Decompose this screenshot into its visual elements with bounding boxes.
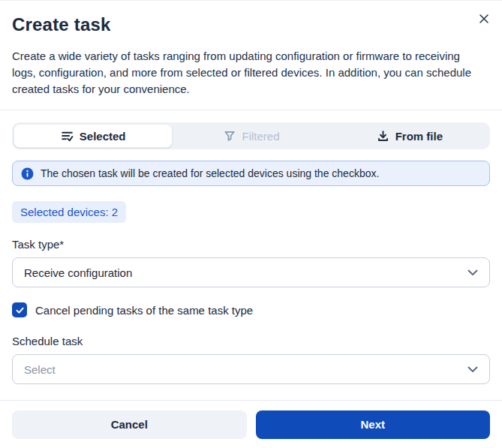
list-check-icon	[61, 130, 74, 143]
chevron-down-icon	[467, 366, 478, 373]
create-task-modal: Create task Create a wide variety of tas…	[0, 0, 502, 448]
task-type-value: Receive configuration	[24, 266, 132, 279]
tab-label: From file	[395, 130, 443, 143]
schedule-task-label: Schedule task	[12, 335, 490, 347]
next-button[interactable]: Next	[256, 410, 491, 439]
close-icon	[478, 13, 490, 25]
alert-text: The chosen task will be created for sele…	[41, 167, 379, 179]
header-divider	[0, 110, 502, 110]
schedule-task-placeholder: Select	[24, 363, 56, 376]
tab-bar: Selected Filtered From file	[12, 122, 490, 149]
task-type-field: Task type* Receive configuration	[12, 238, 490, 287]
cancel-button[interactable]: Cancel	[12, 410, 247, 439]
schedule-task-select[interactable]: Select	[12, 354, 490, 384]
close-button[interactable]	[473, 8, 494, 29]
tab-selected[interactable]: Selected	[14, 124, 173, 148]
download-icon	[377, 130, 389, 143]
funnel-icon	[224, 130, 236, 142]
cancel-pending-label: Cancel pending tasks of the same task ty…	[35, 304, 253, 317]
chevron-down-icon	[467, 269, 478, 276]
checkbox-checked-icon[interactable]	[12, 302, 27, 317]
selected-devices-badge: Selected devices: 2	[12, 201, 126, 223]
task-type-label: Task type*	[12, 238, 490, 251]
modal-footer: Cancel Next	[0, 400, 502, 448]
info-alert: The chosen task will be created for sele…	[12, 161, 490, 186]
tab-from-file[interactable]: From file	[331, 124, 488, 148]
modal-header: Create task Create a wide variety of tas…	[0, 1, 502, 98]
modal-description: Create a wide variety of tasks ranging f…	[12, 48, 481, 98]
task-type-select[interactable]: Receive configuration	[12, 257, 490, 287]
tab-filtered[interactable]: Filtered	[173, 124, 330, 148]
schedule-task-field: Schedule task Select	[12, 335, 490, 384]
tab-label: Filtered	[242, 130, 279, 143]
info-icon	[21, 167, 34, 180]
page-title: Create task	[12, 14, 490, 35]
cancel-pending-checkbox-row[interactable]: Cancel pending tasks of the same task ty…	[12, 302, 490, 317]
tab-label: Selected	[80, 130, 126, 143]
